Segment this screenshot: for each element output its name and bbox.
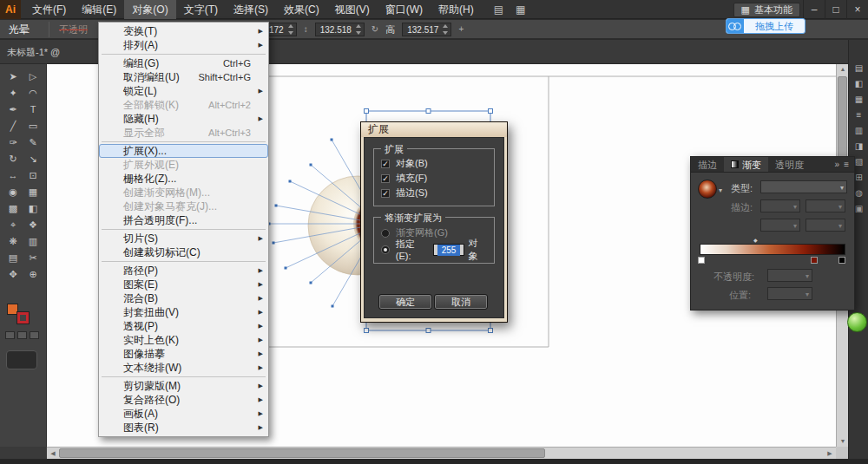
radio-selected-icon[interactable] [381, 245, 390, 254]
panel-menu-icon[interactable]: ≡ [844, 157, 854, 172]
menu-item-ungroup[interactable]: 取消编组(U)Shift+Ctrl+G [99, 70, 268, 84]
gradient-type-select[interactable]: ▾ [760, 180, 847, 193]
shape-builder-tool[interactable]: ◉ [3, 184, 23, 200]
menu-item-rasterize[interactable]: 栅格化(Z)... [99, 172, 268, 186]
rotate-tool[interactable]: ↻ [3, 151, 23, 167]
gradient-preset-caret-icon[interactable]: ▾ [719, 186, 722, 194]
panel-dock-icon[interactable]: ◧ [849, 79, 868, 88]
menu-window[interactable]: 窗口(W) [378, 0, 431, 19]
maximize-icon[interactable]: □ [825, 0, 846, 19]
upload-button[interactable]: 拖拽上传 [726, 18, 806, 34]
pen-tool[interactable]: ✒ [3, 101, 23, 118]
blend-tool[interactable]: ❖ [23, 217, 43, 233]
workspace-switcher[interactable]: ▦ 基本功能 [733, 3, 800, 17]
checkbox-checked-icon[interactable]: ✓ [381, 160, 390, 168]
radio-specify[interactable]: 指定(E): 255 对象 [381, 241, 487, 258]
perspective-grid-tool[interactable]: ▦ [23, 184, 43, 200]
menu-item-compound-path[interactable]: 复合路径(O)▶ [99, 393, 268, 407]
horizontal-scrollbar[interactable]: ◀ ▶ [47, 447, 836, 459]
stop-opacity-select[interactable]: ▾ [767, 269, 812, 282]
stroke-style-select-1[interactable]: ▾ [760, 199, 800, 212]
menu-help[interactable]: 帮助(H) [431, 0, 482, 19]
tab-stroke[interactable]: 描边 [691, 157, 724, 172]
bridge-icon[interactable]: ▤ [494, 3, 503, 16]
zoom-tool[interactable]: ⊕ [23, 266, 43, 283]
hand-tool[interactable]: ✥ [3, 266, 23, 283]
scroll-down-icon[interactable]: ▼ [837, 436, 849, 447]
spinner[interactable] [442, 23, 450, 36]
menu-item-lock[interactable]: 锁定(L)▶ [99, 84, 268, 98]
column-graph-tool[interactable]: ▥ [23, 233, 43, 250]
cancel-button[interactable]: 取消 [434, 294, 488, 310]
dialog-title[interactable]: 扩展 [361, 122, 507, 137]
close-icon[interactable]: × [846, 0, 868, 19]
menu-item-hide[interactable]: 隐藏(H)▶ [99, 112, 268, 126]
free-transform-tool[interactable]: ⊡ [23, 167, 43, 184]
panel-dock-icon[interactable]: ▤ [849, 63, 868, 73]
color-mode-button[interactable] [5, 331, 15, 339]
menu-item-expand[interactable]: 扩展(X)... [99, 144, 268, 158]
panel-collapse-icon[interactable]: » [831, 157, 845, 172]
menu-item-flatten-transparency[interactable]: 拼合透明度(F)... [99, 213, 268, 227]
angle-field[interactable]: ▾ [760, 219, 800, 232]
checkbox-object[interactable]: ✓ 对象(B) [381, 156, 487, 171]
panel-dock-icon[interactable]: ◨ [849, 141, 868, 151]
scroll-up-icon[interactable]: ▲ [837, 64, 849, 75]
rotate-icon[interactable]: ↻ [372, 23, 378, 36]
stroke-swatch[interactable] [17, 312, 29, 323]
artboard-tool[interactable]: ▤ [3, 250, 23, 266]
tab-gradient[interactable]: 渐变 [724, 157, 768, 172]
menu-object[interactable]: 对象(O) [124, 0, 175, 19]
menu-item-envelope-distort[interactable]: 封套扭曲(V)▶ [99, 305, 268, 319]
gradient-mode-button[interactable] [17, 331, 27, 339]
arrange-documents-icon[interactable]: ▦ [516, 3, 525, 16]
selection-tool[interactable]: ➤ [3, 69, 23, 85]
menu-item-group[interactable]: 编组(G)Ctrl+G [99, 56, 268, 70]
menu-file[interactable]: 文件(F) [24, 0, 74, 19]
pencil-tool[interactable]: ✎ [23, 134, 43, 151]
menu-item-perspective[interactable]: 透视(P)▶ [99, 319, 268, 333]
checkbox-checked-icon[interactable]: ✓ [381, 174, 390, 183]
menu-item-clipping-mask[interactable]: 剪切蒙版(M)▶ [99, 379, 268, 393]
magic-wand-tool[interactable]: ✦ [3, 85, 23, 101]
lasso-tool[interactable]: ◠ [23, 85, 43, 101]
line-segment-tool[interactable]: ╱ [3, 118, 23, 134]
ok-button[interactable]: 确定 [378, 294, 432, 310]
none-mode-button[interactable] [30, 331, 39, 339]
plus-icon[interactable]: + [458, 23, 464, 36]
menu-item-image-trace[interactable]: 图像描摹▶ [99, 347, 268, 361]
menu-edit[interactable]: 编辑(E) [74, 0, 124, 19]
slice-tool[interactable]: ✂ [23, 250, 43, 266]
mesh-tool[interactable]: ▩ [3, 200, 23, 217]
menu-item-pattern[interactable]: 图案(E)▶ [99, 278, 268, 291]
aspect-ratio-field[interactable]: ▾ [806, 219, 845, 232]
gradient-stop-white[interactable] [698, 257, 705, 264]
radio-icon[interactable] [381, 229, 390, 238]
scale-tool[interactable]: ↘ [23, 151, 43, 167]
panel-dock-icon[interactable]: ≡ [849, 110, 868, 120]
stroke-style-select-2[interactable]: ▾ [806, 199, 845, 212]
panel-dock-icon[interactable]: ▦ [849, 95, 868, 104]
gradient-stop-black[interactable] [838, 257, 845, 264]
gradient-midpoint-icon[interactable]: ◆ [753, 237, 758, 243]
spinner[interactable] [355, 23, 363, 36]
menu-item-create-trim-marks[interactable]: 创建裁切标记(C) [99, 245, 268, 259]
horizontal-scroll-thumb[interactable] [59, 448, 545, 458]
paintbrush-tool[interactable]: ✑ [3, 134, 23, 151]
menu-item-blend[interactable]: 混合(B)▶ [99, 291, 268, 305]
floating-assistant-badge[interactable] [847, 312, 867, 332]
menu-item-slice[interactable]: 切片(S)▶ [99, 232, 268, 245]
gradient-stop-red[interactable] [811, 257, 818, 264]
menu-item-artboards[interactable]: 画板(A)▶ [99, 407, 268, 421]
value-field[interactable]: 132.518 [315, 23, 365, 36]
checkbox-fill[interactable]: ✓ 填充(F) [381, 171, 487, 186]
scroll-left-icon[interactable]: ◀ [47, 448, 59, 459]
menu-item-graph[interactable]: 图表(R)▶ [99, 421, 268, 435]
tab-transparency[interactable]: 透明度 [768, 157, 811, 172]
checkbox-checked-icon[interactable]: ✓ [381, 189, 390, 198]
document-tab[interactable]: 未标题-1* @ [7, 46, 60, 59]
menu-item-live-paint[interactable]: 实时上色(K)▶ [99, 333, 268, 347]
minimize-icon[interactable]: – [803, 0, 825, 19]
menu-view[interactable]: 视图(V) [327, 0, 378, 19]
direct-selection-tool[interactable]: ▷ [23, 69, 43, 85]
